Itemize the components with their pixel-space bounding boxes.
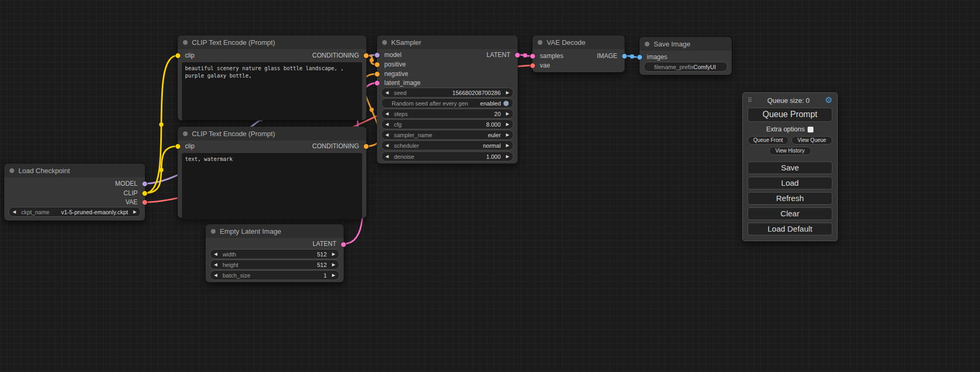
decrement-icon[interactable]: ◀ (385, 154, 389, 159)
node-title-bar[interactable]: Empty Latent Image (206, 224, 344, 238)
output-label-vae: VAE (125, 198, 138, 206)
widget-scheduler[interactable]: ◀ scheduler normal ▶ (381, 140, 513, 150)
load-button[interactable]: Load (748, 177, 832, 189)
node-title: Load Checkpoint (18, 167, 70, 175)
combo-prev-icon[interactable]: ◀ (385, 143, 389, 148)
decrement-icon[interactable]: ◀ (214, 262, 217, 267)
increment-icon[interactable]: ▶ (506, 111, 509, 116)
input-port-latent-image[interactable] (374, 80, 380, 86)
decrement-icon[interactable]: ◀ (385, 122, 389, 127)
link-dot-image (630, 54, 634, 59)
node-save-image[interactable]: Save Image images filename_prefix ComfyU… (639, 37, 732, 75)
widget-steps[interactable]: ◀ steps 20 ▶ (381, 109, 513, 119)
input-label-positive: positive (384, 60, 406, 69)
increment-icon[interactable]: ▶ (506, 154, 509, 159)
combo-next-icon[interactable]: ▶ (506, 143, 509, 148)
output-port-clip[interactable] (142, 190, 148, 196)
comfyui-canvas[interactable]: { "colors": { "model": "#b39ddb", "clip"… (0, 0, 980, 372)
increment-icon[interactable]: ▶ (332, 273, 335, 278)
input-port-clip[interactable] (175, 53, 181, 59)
decrement-icon[interactable]: ◀ (214, 273, 217, 278)
widget-value: 156680208700286 (452, 90, 501, 96)
node-title-bar[interactable]: Save Image (639, 37, 732, 51)
collapse-dot[interactable] (9, 168, 14, 173)
output-label-latent: LATENT (313, 240, 336, 248)
node-title-bar[interactable]: CLIP Text Encode (Prompt) (178, 35, 366, 49)
widget-batch-size[interactable]: ◀ batch_size 1 ▶ (210, 270, 339, 280)
widget-cfg[interactable]: ◀ cfg 8.000 ▶ (381, 119, 513, 129)
collapse-dot[interactable] (183, 131, 188, 136)
save-button[interactable]: Save (748, 161, 832, 174)
output-port-image[interactable] (622, 53, 627, 59)
load-default-button[interactable]: Load Default (748, 223, 832, 235)
increment-icon[interactable]: ▶ (332, 262, 335, 267)
clear-button[interactable]: Clear (748, 207, 832, 220)
node-load-checkpoint[interactable]: Load Checkpoint MODEL CLIP VAE ◀ ckpt_na… (4, 164, 145, 221)
input-port-positive[interactable] (374, 62, 380, 68)
combo-prev-icon[interactable]: ◀ (385, 132, 389, 137)
decrement-icon[interactable]: ◀ (385, 90, 389, 95)
view-queue-button[interactable]: View Queue (791, 136, 832, 145)
increment-icon[interactable]: ▶ (506, 90, 509, 95)
widget-value: 512 (317, 251, 326, 257)
increment-icon[interactable]: ▶ (332, 252, 335, 256)
node-title-bar[interactable]: CLIP Text Encode (Prompt) (178, 127, 366, 140)
input-port-vae[interactable] (530, 63, 536, 69)
input-label-samples: samples (540, 52, 564, 60)
collapse-dot[interactable] (382, 40, 387, 45)
node-ksampler[interactable]: KSampler model positive negative latent_… (377, 35, 518, 164)
widget-label: scheduler (394, 142, 419, 149)
widget-filename-prefix[interactable]: filename_prefix ComfyUI (644, 62, 727, 72)
output-port-latent[interactable] (515, 52, 520, 58)
link-clip-to-negative-encode (145, 146, 178, 193)
output-port-vae[interactable] (142, 199, 148, 205)
output-port-latent[interactable] (341, 242, 346, 247)
widget-width[interactable]: ◀ width 512 ▶ (210, 249, 339, 259)
input-label-model: model (384, 51, 402, 59)
increment-icon[interactable]: ▶ (506, 122, 509, 127)
queue-front-button[interactable]: Queue Front (748, 136, 789, 145)
widget-label: steps (394, 111, 407, 117)
combo-next-icon[interactable]: ▶ (506, 132, 509, 137)
node-clip-text-encode-negative[interactable]: CLIP Text Encode (Prompt) clip CONDITION… (178, 127, 366, 218)
node-title-bar[interactable]: VAE Decode (532, 35, 625, 49)
output-port-conditioning[interactable] (363, 144, 369, 149)
widget-ckpt-name[interactable]: ◀ ckpt_name v1-5-pruned-emaonly.ckpt ▶ (8, 207, 141, 217)
widget-sampler-name[interactable]: ◀ sampler_name euler ▶ (381, 130, 513, 140)
input-port-negative[interactable] (374, 71, 380, 77)
prompt-textarea[interactable]: beautiful scenery nature glass bottle la… (182, 62, 362, 120)
refresh-button[interactable]: Refresh (748, 192, 832, 205)
view-history-button[interactable]: View History (769, 147, 811, 155)
widget-denoise[interactable]: ◀ denoise 1.000 ▶ (381, 151, 513, 161)
input-port-clip[interactable] (175, 144, 181, 149)
output-port-model[interactable] (142, 181, 148, 187)
collapse-dot[interactable] (211, 229, 216, 234)
queue-prompt-button[interactable]: Queue Prompt (748, 108, 832, 122)
node-empty-latent-image[interactable]: Empty Latent Image LATENT ◀ width 512 ▶ … (206, 224, 344, 282)
output-port-conditioning[interactable] (363, 53, 369, 59)
widget-height[interactable]: ◀ height 512 ▶ (210, 260, 339, 270)
drag-handle-icon[interactable]: ⠿ (748, 97, 752, 104)
combo-next-icon[interactable]: ▶ (133, 209, 137, 214)
input-port-model[interactable] (374, 52, 380, 58)
widget-label: denoise (394, 154, 414, 160)
widget-seed[interactable]: ◀ seed 156680208700286 ▶ (381, 88, 513, 98)
node-clip-text-encode-positive[interactable]: CLIP Text Encode (Prompt) clip CONDITION… (178, 35, 366, 120)
collapse-dot[interactable] (538, 40, 542, 45)
settings-gear-icon[interactable]: ⚙ (825, 96, 832, 104)
extra-options-checkbox[interactable] (808, 127, 813, 132)
input-port-samples[interactable] (530, 53, 536, 59)
node-title-bar[interactable]: Load Checkpoint (4, 164, 145, 177)
widget-random-seed-toggle[interactable]: Random seed after every gen enabled (381, 98, 513, 108)
combo-prev-icon[interactable]: ◀ (13, 209, 16, 214)
prompt-textarea[interactable]: text, watermark (182, 153, 362, 219)
decrement-icon[interactable]: ◀ (385, 111, 389, 116)
decrement-icon[interactable]: ◀ (214, 252, 217, 256)
input-label-vae: vae (540, 61, 550, 70)
toggle-dot[interactable] (503, 100, 509, 107)
node-title-bar[interactable]: KSampler (377, 35, 518, 49)
node-vae-decode[interactable]: VAE Decode samples vae IMAGE (532, 35, 625, 72)
collapse-dot[interactable] (183, 40, 188, 45)
input-port-images[interactable] (637, 54, 643, 60)
collapse-dot[interactable] (645, 42, 649, 46)
